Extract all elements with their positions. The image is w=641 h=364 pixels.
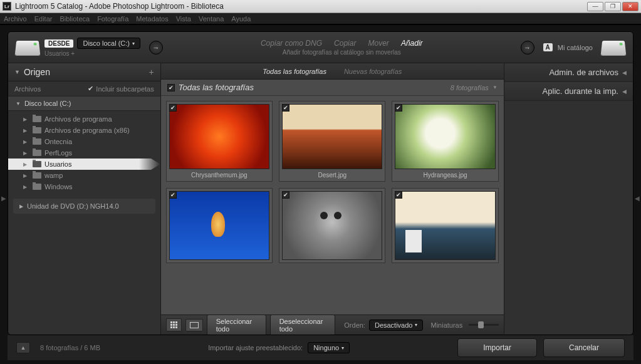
- folder-icon: [33, 184, 41, 190]
- destination-label: Mi catálogo: [558, 44, 593, 51]
- left-edge-expand-icon[interactable]: ▶: [1, 195, 6, 202]
- folder-item[interactable]: ▶Usuarios: [8, 159, 160, 170]
- thumbnail-size-slider[interactable]: [469, 324, 499, 326]
- section-checkbox[interactable]: ✔: [167, 84, 175, 91]
- menu-fotografia[interactable]: Fotografía: [97, 15, 128, 23]
- grid-view-button[interactable]: [166, 318, 182, 331]
- footer-info: 8 fotografías / 6 MB: [40, 344, 100, 351]
- folder-item[interactable]: ▶PerfLogs: [8, 147, 160, 159]
- menu-bar: Archivo Editar Biblioteca Fotografía Met…: [0, 13, 641, 24]
- folder-label: Archivos de programa (x86): [44, 127, 130, 134]
- order-dropdown[interactable]: Desactivado: [369, 320, 424, 331]
- dvd-drive-row[interactable]: ▶ Unidad de DVD (D:) NGH14.0: [13, 199, 155, 214]
- folder-item[interactable]: ▶Archivos de programa (x86): [8, 125, 160, 136]
- thumb-checkbox[interactable]: ✔: [169, 191, 177, 199]
- include-subfolders-check-icon[interactable]: ✔: [88, 85, 93, 93]
- source-drive-icon: [15, 40, 41, 55]
- import-button[interactable]: Importar: [457, 338, 537, 357]
- menu-archivo[interactable]: Archivo: [4, 15, 27, 23]
- thumbnail-filename: Hydrangeas.jpg: [395, 169, 495, 179]
- drive-row[interactable]: ▼ Disco local (C:): [8, 96, 160, 111]
- folder-item[interactable]: ▶Windows: [8, 181, 160, 192]
- window-titlebar: Lr Lightroom 5 Catalog - Adobe Photoshop…: [0, 0, 641, 13]
- folder-item[interactable]: ▶Archivos de programa: [8, 113, 160, 125]
- right-panel: Admin. de archivos◀ Aplic. durante la im…: [504, 63, 633, 335]
- cancel-button[interactable]: Cancelar: [543, 338, 625, 357]
- thumbnail-cell[interactable]: ✔: [166, 188, 273, 263]
- nav-arrow-right-2[interactable]: →: [521, 41, 534, 55]
- action-description: Añadir fotografías al catálogo sin mover…: [172, 49, 511, 56]
- thumbnail-grid: ✔Chrysanthemum.jpg✔Desert.jpg✔Hydrangeas…: [166, 101, 499, 263]
- thumbnail-filename: Chrysanthemum.jpg: [169, 169, 269, 179]
- nav-arrow-right-1[interactable]: →: [149, 41, 163, 55]
- tab-new-photos[interactable]: Nuevas fotografías: [344, 68, 402, 75]
- thumbnail-cell[interactable]: ✔: [392, 188, 498, 263]
- footer-expand-button[interactable]: ▲: [16, 342, 30, 353]
- folder-icon: [33, 127, 41, 133]
- files-label: Archivos: [14, 85, 88, 93]
- window-title: Lightroom 5 Catalog - Adobe Photoshop Li…: [15, 2, 586, 11]
- source-path-label: Usuarios +: [44, 50, 140, 57]
- folder-item[interactable]: ▶Ontecnia: [8, 136, 160, 147]
- thumbnail-cell[interactable]: ✔Hydrangeas.jpg: [392, 101, 498, 182]
- thumb-checkbox[interactable]: ✔: [395, 191, 402, 199]
- section-collapse-icon[interactable]: ▼: [492, 85, 498, 90]
- thumbnail-cell[interactable]: ✔Desert.jpg: [279, 101, 385, 182]
- file-admin-panel-header[interactable]: Admin. de archivos◀: [504, 63, 633, 82]
- thumbnail-cell[interactable]: ✔: [279, 188, 385, 263]
- thumbnail-image[interactable]: [169, 104, 269, 169]
- thumb-checkbox[interactable]: ✔: [395, 104, 402, 112]
- menu-metadatos[interactable]: Metadatos: [136, 15, 168, 23]
- apply-during-import-label: Aplic. durante la imp.: [543, 86, 618, 96]
- menu-editar[interactable]: Editar: [34, 15, 53, 23]
- folder-label: Ontecnia: [44, 138, 72, 145]
- preset-dropdown[interactable]: Ninguno: [308, 342, 350, 353]
- thumb-checkbox[interactable]: ✔: [282, 104, 289, 112]
- preset-label: Importar ajuste preestablecido:: [208, 344, 303, 351]
- thumbnail-image[interactable]: [169, 191, 269, 260]
- folder-icon: [33, 150, 41, 156]
- action-move[interactable]: Mover: [368, 39, 388, 48]
- thumbnail-image[interactable]: [395, 104, 495, 169]
- thumbnail-image[interactable]: [395, 191, 495, 260]
- thumb-checkbox[interactable]: ✔: [282, 191, 289, 199]
- action-copy-dng[interactable]: Copiar como DNG: [261, 39, 322, 48]
- tab-all-photos[interactable]: Todas las fotografías: [263, 68, 326, 75]
- thumbnail-cell[interactable]: ✔Chrysanthemum.jpg: [166, 101, 273, 182]
- menu-vista[interactable]: Vista: [176, 15, 191, 23]
- folder-label: Windows: [44, 183, 73, 190]
- right-edge-expand-icon[interactable]: ◀: [635, 195, 640, 202]
- action-copy[interactable]: Copiar: [334, 39, 356, 48]
- include-subfolders-label[interactable]: Incluir subcarpetas: [96, 85, 154, 93]
- apply-during-import-header[interactable]: Aplic. durante la imp.◀: [504, 82, 633, 101]
- menu-ayuda[interactable]: Ayuda: [231, 15, 251, 23]
- source-drive-dropdown[interactable]: Disco local (C:): [77, 38, 140, 49]
- dvd-label: Unidad de DVD (D:) NGH14.0: [27, 202, 119, 210]
- from-badge: DESDE: [44, 39, 73, 48]
- thumb-checkbox[interactable]: ✔: [169, 104, 177, 112]
- to-badge: A: [543, 43, 553, 51]
- folder-item[interactable]: ▶wamp: [8, 170, 160, 181]
- grid-toolbar: Seleccionar todo Deseleccionar todo Orde…: [161, 315, 504, 335]
- origin-panel: ▼ Origen + Archivos ✔ Incluir subcarpeta…: [8, 63, 161, 335]
- action-add[interactable]: Añadir: [401, 39, 423, 48]
- folder-label: Archivos de programa: [44, 115, 112, 123]
- folder-label: Usuarios: [44, 160, 71, 168]
- maximize-button[interactable]: ❐: [605, 2, 621, 11]
- preview-panel: Todas las fotografías Nuevas fotografías…: [161, 63, 504, 335]
- minimize-button[interactable]: —: [587, 2, 603, 11]
- select-all-button[interactable]: Seleccionar todo: [207, 315, 266, 335]
- menu-biblioteca[interactable]: Biblioteca: [60, 15, 90, 23]
- menu-ventana[interactable]: Ventana: [199, 15, 224, 23]
- file-admin-label: Admin. de archivos: [549, 68, 618, 77]
- thumbnail-image[interactable]: [282, 191, 382, 260]
- folder-icon: [33, 172, 41, 179]
- deselect-all-button[interactable]: Deseleccionar todo: [270, 315, 336, 335]
- close-button[interactable]: ✕: [622, 2, 638, 11]
- loupe-view-button[interactable]: [185, 319, 203, 331]
- origin-collapse-icon[interactable]: ▼: [14, 69, 20, 75]
- add-source-button[interactable]: +: [149, 67, 154, 77]
- order-label: Orden:: [344, 321, 365, 329]
- section-title: Todas las fotografías: [179, 83, 451, 92]
- thumbnail-image[interactable]: [282, 104, 382, 169]
